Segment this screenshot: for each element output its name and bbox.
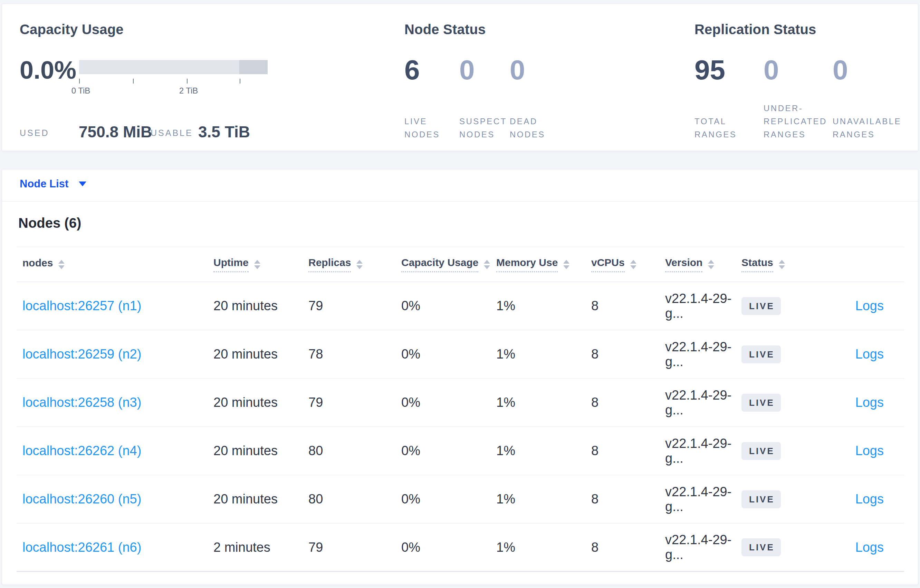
capacity-usage-cell: 0% <box>401 540 496 555</box>
stat-value: 0 <box>764 56 833 84</box>
stat-column: 0 SUSPECTNODES <box>459 56 510 141</box>
table-row: localhost:26259 (n2) 20 minutes 78 0% 1%… <box>16 330 904 378</box>
uptime-cell: 2 minutes <box>214 540 308 555</box>
uptime-cell: 20 minutes <box>214 347 308 362</box>
logs-link[interactable]: Logs <box>807 443 904 458</box>
sort-icon[interactable] <box>356 260 363 269</box>
node-address-link[interactable]: localhost:26258 (n3) <box>23 395 214 410</box>
uptime-cell: 20 minutes <box>214 299 308 313</box>
logs-link[interactable]: Logs <box>807 492 904 507</box>
usable-label: USABLE <box>151 128 193 138</box>
capacity-usage-cell: 0% <box>401 395 496 410</box>
node-list-header-bar: Node List <box>2 170 918 202</box>
nodes-table: nodes Uptime Replicas Capacity Usage Mem… <box>16 247 904 572</box>
sort-icon[interactable] <box>254 260 261 269</box>
node-list-panel: Node List Nodes (6) nodes Uptime Replica… <box>2 169 918 585</box>
nodes-table-header: nodes Uptime Replicas Capacity Usage Mem… <box>16 247 904 282</box>
memory-use-cell: 1% <box>496 492 591 507</box>
table-row: localhost:26261 (n6) 2 minutes 79 0% 1% … <box>16 523 904 572</box>
status-cell: LIVE <box>742 538 807 556</box>
sort-icon[interactable] <box>630 260 637 269</box>
sort-icon[interactable] <box>779 260 785 269</box>
node-address-link[interactable]: localhost:26257 (n1) <box>23 299 214 313</box>
stat-label: SUSPECTNODES <box>459 115 510 141</box>
version-cell: v22.1.4-29-g... <box>665 485 742 514</box>
logs-link[interactable]: Logs <box>807 540 904 555</box>
stat-value: 95 <box>695 56 764 84</box>
nodes-table-body: localhost:26257 (n1) 20 minutes 79 0% 1%… <box>16 282 904 572</box>
logs-link[interactable]: Logs <box>807 347 904 362</box>
node-list-dropdown[interactable]: Node List <box>20 178 86 190</box>
vcpus-cell: 8 <box>591 540 665 555</box>
used-label: USED <box>20 128 49 138</box>
capacity-usage-cell: 0% <box>401 347 496 362</box>
table-row: localhost:26257 (n1) 20 minutes 79 0% 1%… <box>16 282 904 330</box>
vcpus-cell: 8 <box>591 492 665 507</box>
live-status-badge: LIVE <box>742 490 781 508</box>
memory-use-cell: 1% <box>496 299 591 313</box>
column-header-vcpus[interactable]: vCPUs <box>591 257 665 272</box>
table-row: localhost:26260 (n5) 20 minutes 80 0% 1%… <box>16 475 904 523</box>
vcpus-cell: 8 <box>591 299 665 313</box>
node-address-link[interactable]: localhost:26261 (n6) <box>23 540 214 555</box>
stat-label: UNDER-REPLICATEDRANGES <box>764 102 833 141</box>
version-cell: v22.1.4-29-g... <box>665 388 742 418</box>
stat-value: 6 <box>404 56 459 84</box>
column-header-memory-use[interactable]: Memory Use <box>496 257 591 272</box>
table-row: localhost:26262 (n4) 20 minutes 80 0% 1%… <box>16 427 904 475</box>
vcpus-cell: 8 <box>591 347 665 362</box>
capacity-tick-label-0: 0 TiB <box>60 86 102 95</box>
uptime-cell: 20 minutes <box>214 395 308 410</box>
stat-label: TOTALRANGES <box>695 115 764 141</box>
sort-icon[interactable] <box>58 260 65 269</box>
replication-status-title: Replication Status <box>695 22 816 37</box>
node-address-link[interactable]: localhost:26262 (n4) <box>23 443 214 458</box>
vcpus-cell: 8 <box>591 443 665 458</box>
capacity-usage-cell: 0% <box>401 443 496 458</box>
table-row: localhost:26258 (n3) 20 minutes 79 0% 1%… <box>16 378 904 427</box>
column-header-label: nodes <box>23 257 53 271</box>
node-address-link[interactable]: localhost:26260 (n5) <box>23 492 214 507</box>
version-cell: v22.1.4-29-g... <box>665 339 742 369</box>
column-header-label: Replicas <box>308 257 351 272</box>
status-cell: LIVE <box>742 346 807 363</box>
replicas-cell: 79 <box>308 540 401 555</box>
logs-link[interactable]: Logs <box>807 395 904 410</box>
cluster-summary-panel: Capacity Usage 0.0% 0 TiB 2 TiB USED 750… <box>2 3 918 151</box>
stat-value: 0 <box>510 56 565 84</box>
node-list-dropdown-label: Node List <box>20 178 68 190</box>
stat-label: LIVENODES <box>404 115 459 141</box>
usable-value: 3.5 TiB <box>198 123 250 141</box>
stat-label: UNAVAILABLERANGES <box>833 115 905 141</box>
stat-column: 6 LIVENODES <box>404 56 459 141</box>
version-cell: v22.1.4-29-g... <box>665 532 742 562</box>
live-status-badge: LIVE <box>742 538 781 556</box>
sort-icon[interactable] <box>563 260 570 269</box>
status-cell: LIVE <box>742 442 807 460</box>
column-header-nodes[interactable]: nodes <box>23 257 214 271</box>
status-cell: LIVE <box>742 394 807 412</box>
live-status-badge: LIVE <box>742 394 781 412</box>
sort-icon[interactable] <box>484 260 490 269</box>
memory-use-cell: 1% <box>496 347 591 362</box>
column-header-label: Capacity Usage <box>401 257 478 272</box>
capacity-usage-bar <box>79 60 268 74</box>
logs-link[interactable]: Logs <box>807 299 904 313</box>
node-address-link[interactable]: localhost:26259 (n2) <box>23 347 214 362</box>
column-header-label: Memory Use <box>496 257 558 272</box>
column-header-capacity-usage[interactable]: Capacity Usage <box>401 257 496 272</box>
column-header-replicas[interactable]: Replicas <box>308 257 401 272</box>
replicas-cell: 79 <box>308 395 401 410</box>
stat-column: 0 DEADNODES <box>510 56 565 141</box>
node-status-title: Node Status <box>404 22 486 37</box>
column-header-uptime[interactable]: Uptime <box>214 257 308 272</box>
memory-use-cell: 1% <box>496 395 591 410</box>
live-status-badge: LIVE <box>742 297 781 315</box>
column-header-status[interactable]: Status <box>742 257 807 272</box>
version-cell: v22.1.4-29-g... <box>665 436 742 466</box>
sort-icon[interactable] <box>708 260 714 269</box>
replication-status-stats: 95 TOTALRANGES 0 UNDER-REPLICATEDRANGES … <box>695 56 905 141</box>
column-header-label: Version <box>665 257 703 272</box>
column-header-version[interactable]: Version <box>665 257 742 272</box>
replicas-cell: 80 <box>308 492 401 507</box>
